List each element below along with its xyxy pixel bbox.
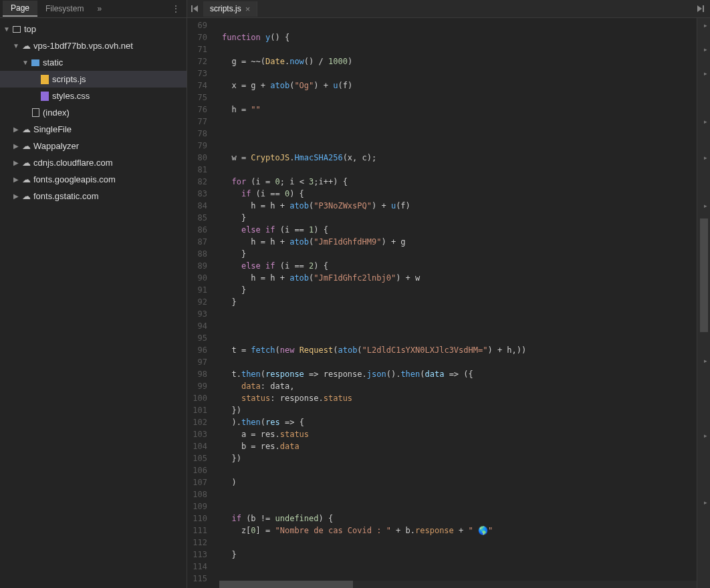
chevron-right-icon bbox=[12, 142, 20, 150]
scrollbar-thumb[interactable] bbox=[219, 581, 353, 588]
chevron-down-icon bbox=[12, 42, 20, 49]
tree-googleapis[interactable]: ☁ fonts.googleapis.com bbox=[0, 171, 187, 188]
minimap-scrollbar[interactable]: ▸ ▸ ▸ ▸ ▸ ▸ ▸ ▸ ▸ bbox=[697, 18, 710, 588]
chevron-down-icon bbox=[3, 25, 11, 33]
code-editor[interactable]: 69 70 71 72 73 74 75 76 77 78 79 80 81 8… bbox=[187, 18, 710, 588]
tree-label: fonts.gstatic.com bbox=[32, 191, 99, 201]
tree-label: fonts.googleapis.com bbox=[32, 174, 116, 184]
marker-icon: ▸ bbox=[704, 46, 707, 53]
marker-icon: ▸ bbox=[704, 357, 707, 364]
cloud-icon: ☁ bbox=[20, 124, 32, 134]
code-content[interactable]: function y() { g = ~~(Date.now() / 1000)… bbox=[219, 18, 710, 588]
sidebar-tab-page[interactable]: Page bbox=[3, 1, 37, 17]
tree-label: scripts.js bbox=[51, 74, 86, 84]
chevron-right-icon bbox=[12, 176, 20, 183]
tree-label: Wappalyzer bbox=[32, 141, 79, 151]
tree-scripts-js[interactable]: scripts.js bbox=[0, 71, 187, 88]
chevron-right-icon bbox=[12, 126, 20, 133]
folder-icon bbox=[29, 59, 41, 66]
sidebar-tab-menu-icon[interactable]: ⋮ bbox=[165, 1, 187, 16]
tree-label: vps-1bdf77bb.vps.ovh.net bbox=[32, 41, 133, 51]
sidebar: Page Filesystem » ⋮ top ☁ vps-1bdf77bb.v… bbox=[0, 0, 187, 588]
editor-tabbar: scripts.js × bbox=[187, 0, 710, 18]
tree-static-folder[interactable]: static bbox=[0, 54, 187, 71]
tree-index[interactable]: (index) bbox=[0, 104, 187, 121]
file-tab-label: scripts.js bbox=[210, 4, 241, 13]
file-tab-scripts-js[interactable]: scripts.js × bbox=[203, 1, 257, 17]
tree-gstatic[interactable]: ☁ fonts.gstatic.com bbox=[0, 188, 187, 204]
tree-label: top bbox=[23, 24, 36, 34]
frame-icon bbox=[11, 26, 23, 33]
tab-nav-next-icon[interactable] bbox=[690, 4, 710, 13]
horizontal-scrollbar[interactable] bbox=[219, 581, 697, 588]
marker-icon: ▸ bbox=[704, 499, 707, 506]
tree-cdnjs[interactable]: ☁ cdnjs.cloudflare.com bbox=[0, 154, 187, 171]
tree-styles-css[interactable]: styles.css bbox=[0, 88, 187, 104]
tree-top[interactable]: top bbox=[0, 21, 187, 37]
tree-label: SingleFile bbox=[32, 124, 72, 134]
tree-label: styles.css bbox=[51, 91, 90, 101]
file-tree: top ☁ vps-1bdf77bb.vps.ovh.net static sc… bbox=[0, 18, 187, 207]
chevron-down-icon bbox=[21, 59, 29, 66]
marker-icon: ▸ bbox=[704, 70, 707, 77]
tree-wappalyzer[interactable]: ☁ Wappalyzer bbox=[0, 138, 187, 154]
sidebar-tab-filesystem[interactable]: Filesystem bbox=[37, 1, 92, 16]
chevron-right-icon bbox=[12, 159, 20, 166]
chevron-right-icon bbox=[12, 192, 20, 200]
file-icon bbox=[29, 108, 41, 117]
cloud-icon: ☁ bbox=[20, 174, 32, 184]
tree-label: static bbox=[41, 57, 63, 67]
cloud-icon: ☁ bbox=[20, 191, 32, 201]
svg-rect-0 bbox=[191, 5, 193, 12]
cloud-icon: ☁ bbox=[20, 41, 32, 51]
line-number-gutter: 69 70 71 72 73 74 75 76 77 78 79 80 81 8… bbox=[187, 18, 219, 588]
tree-label: cdnjs.cloudflare.com bbox=[32, 158, 113, 168]
tree-singlefile[interactable]: ☁ SingleFile bbox=[0, 121, 187, 138]
cloud-icon: ☁ bbox=[20, 141, 32, 151]
close-icon[interactable]: × bbox=[245, 4, 251, 14]
sidebar-tab-strip: Page Filesystem » ⋮ bbox=[0, 0, 187, 18]
js-file-icon bbox=[39, 75, 51, 84]
svg-rect-1 bbox=[703, 5, 704, 12]
marker-icon: ▸ bbox=[704, 432, 707, 439]
marker-icon: ▸ bbox=[704, 118, 707, 125]
editor-area: scripts.js × 69 70 71 72 73 74 75 76 77 … bbox=[187, 0, 710, 588]
tree-label: (index) bbox=[41, 108, 70, 118]
css-file-icon bbox=[39, 92, 51, 101]
marker-icon: ▸ bbox=[704, 202, 707, 209]
scrollbar-thumb[interactable] bbox=[700, 218, 708, 332]
marker-icon: ▸ bbox=[704, 154, 707, 161]
sidebar-tab-more-icon[interactable]: » bbox=[92, 1, 107, 16]
tree-domain[interactable]: ☁ vps-1bdf77bb.vps.ovh.net bbox=[0, 37, 187, 54]
marker-icon: ▸ bbox=[704, 22, 707, 29]
tab-nav-prev-icon[interactable] bbox=[187, 4, 203, 13]
cloud-icon: ☁ bbox=[20, 158, 32, 168]
